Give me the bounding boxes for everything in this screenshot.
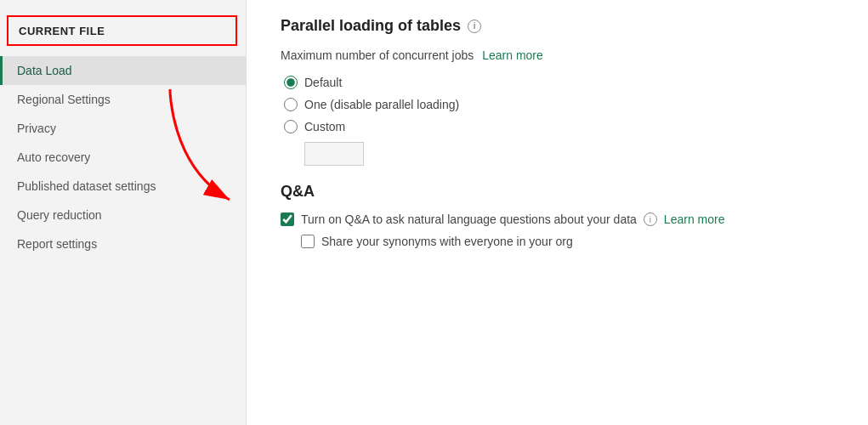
- sidebar-item-auto-recovery[interactable]: Auto recovery: [0, 143, 246, 172]
- synonyms-checkbox-row: Share your synonyms with everyone in you…: [301, 235, 834, 248]
- sidebar-item-data-load[interactable]: Data Load: [0, 56, 246, 85]
- sidebar: CURRENT FILE Data LoadRegional SettingsP…: [0, 0, 247, 425]
- concurrent-jobs-row: Maximum number of concurrent jobs Learn …: [281, 48, 834, 62]
- sidebar-item-privacy[interactable]: Privacy: [0, 114, 246, 143]
- radio-custom-label: Custom: [304, 120, 345, 133]
- sidebar-item-published-dataset-settings[interactable]: Published dataset settings: [0, 172, 246, 201]
- main-content: Parallel loading of tables i Maximum num…: [247, 0, 868, 425]
- sidebar-item-query-reduction[interactable]: Query reduction: [0, 201, 246, 230]
- concurrent-jobs-label: Maximum number of concurrent jobs: [281, 48, 474, 62]
- radio-default-label: Default: [304, 76, 342, 89]
- radio-one[interactable]: One (disable parallel loading): [284, 98, 834, 111]
- radio-one-input[interactable]: [284, 98, 298, 111]
- parallel-radio-group: Default One (disable parallel loading) C…: [284, 76, 834, 166]
- sidebar-header-text: CURRENT FILE: [19, 25, 105, 37]
- radio-custom-input[interactable]: [284, 120, 298, 133]
- synonyms-checkbox-label: Share your synonyms with everyone in you…: [321, 235, 573, 248]
- sidebar-item-report-settings[interactable]: Report settings: [0, 230, 246, 258]
- qa-section: Q&A Turn on Q&A to ask natural language …: [281, 183, 834, 248]
- sidebar-item-regional-settings[interactable]: Regional Settings: [0, 85, 246, 114]
- qa-checkbox[interactable]: [281, 212, 294, 226]
- qa-checkbox-label: Turn on Q&A to ask natural language ques…: [301, 212, 637, 226]
- qa-checkbox-row: Turn on Q&A to ask natural language ques…: [281, 212, 834, 226]
- parallel-learn-more-link[interactable]: Learn more: [482, 48, 543, 62]
- qa-info-icon[interactable]: i: [644, 212, 657, 226]
- parallel-loading-section: Parallel loading of tables i Maximum num…: [281, 17, 834, 166]
- synonyms-checkbox[interactable]: [301, 235, 315, 248]
- qa-title: Q&A: [281, 183, 834, 201]
- radio-custom[interactable]: Custom: [284, 120, 834, 133]
- radio-default[interactable]: Default: [284, 76, 834, 89]
- radio-one-label: One (disable parallel loading): [304, 98, 459, 111]
- custom-value-input[interactable]: [304, 142, 364, 166]
- radio-default-input[interactable]: [284, 76, 298, 89]
- qa-learn-more-link[interactable]: Learn more: [664, 212, 725, 226]
- sidebar-header: CURRENT FILE: [7, 15, 237, 46]
- parallel-loading-info-icon[interactable]: i: [468, 20, 481, 33]
- parallel-loading-title: Parallel loading of tables i: [281, 17, 834, 35]
